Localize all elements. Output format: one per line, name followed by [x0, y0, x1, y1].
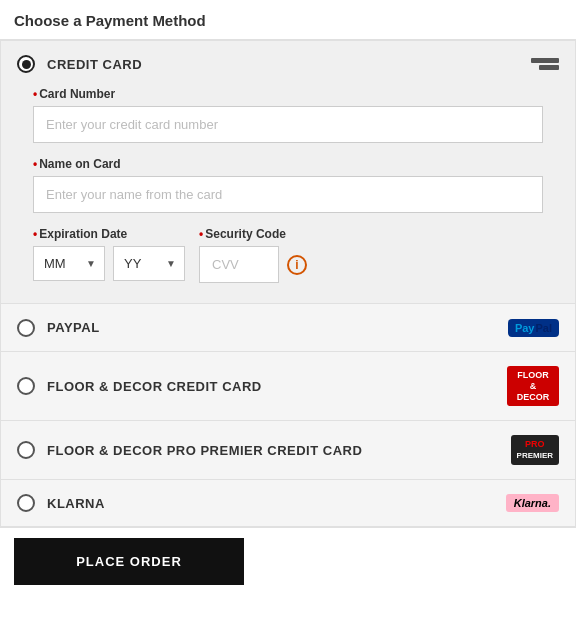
- klarna-logo: Klarna.: [506, 494, 559, 512]
- card-number-input[interactable]: [33, 106, 543, 143]
- security-code-label: •Security Code: [199, 227, 307, 241]
- payment-options-container: CREDIT CARD •Card Number •Name on Card: [0, 40, 576, 528]
- year-select-wrapper[interactable]: YY 24252627 282930 ▼: [113, 246, 185, 281]
- paypal-logo: PayPal: [508, 318, 559, 337]
- expiry-group: •Expiration Date MM 01020304 05060708 09…: [33, 227, 185, 281]
- floor-decor-credit-label: FLOOR & DECOR CREDIT CARD: [47, 379, 507, 394]
- name-on-card-label: •Name on Card: [33, 157, 543, 171]
- floor-decor-pro-label: FLOOR & DECOR PRO PREMIER CREDIT CARD: [47, 443, 511, 458]
- name-on-card-group: •Name on Card: [33, 157, 543, 213]
- expiry-cvv-row: •Expiration Date MM 01020304 05060708 09…: [33, 227, 543, 283]
- credit-card-form: •Card Number •Name on Card •Expiration D…: [17, 73, 559, 303]
- klarna-option[interactable]: KLARNA Klarna.: [1, 480, 575, 527]
- credit-card-radio[interactable]: [17, 55, 35, 73]
- expiry-label: •Expiration Date: [33, 227, 185, 241]
- klarna-radio[interactable]: [17, 494, 35, 512]
- paypal-radio[interactable]: [17, 319, 35, 337]
- cvv-input-wrap: i: [199, 246, 307, 283]
- floor-decor-pro-radio[interactable]: [17, 441, 35, 459]
- cvv-group: •Security Code i: [199, 227, 307, 283]
- year-select[interactable]: YY 24252627 282930: [114, 247, 184, 280]
- floor-decor-credit-radio[interactable]: [17, 377, 35, 395]
- paypal-label: PAYPAL: [47, 320, 508, 335]
- floor-decor-credit-option[interactable]: FLOOR & DECOR CREDIT CARD FLOOR& DECOR: [1, 352, 575, 421]
- required-indicator: •: [33, 87, 37, 101]
- month-select-wrapper[interactable]: MM 01020304 05060708 09101112 ▼: [33, 246, 105, 281]
- month-select[interactable]: MM 01020304 05060708 09101112: [34, 247, 104, 280]
- card-number-label: •Card Number: [33, 87, 543, 101]
- expiry-selects: MM 01020304 05060708 09101112 ▼ YY 24252…: [33, 246, 185, 281]
- credit-card-label: CREDIT CARD: [47, 57, 531, 72]
- page-title: Choose a Payment Method: [0, 0, 576, 40]
- floor-decor-credit-logo: FLOOR& DECOR: [507, 366, 559, 406]
- name-on-card-input[interactable]: [33, 176, 543, 213]
- required-indicator-4: •: [199, 227, 203, 241]
- credit-card-option[interactable]: CREDIT CARD •Card Number •Name on Card: [1, 41, 575, 304]
- cvv-input[interactable]: [199, 246, 279, 283]
- place-order-button[interactable]: PLACE ORDER: [14, 538, 244, 585]
- klarna-label: KLARNA: [47, 496, 506, 511]
- paypal-option[interactable]: PAYPAL PayPal: [1, 304, 575, 352]
- cvv-info-icon[interactable]: i: [287, 255, 307, 275]
- credit-card-icon: [531, 58, 559, 70]
- required-indicator-3: •: [33, 227, 37, 241]
- floor-decor-pro-option[interactable]: FLOOR & DECOR PRO PREMIER CREDIT CARD PR…: [1, 421, 575, 480]
- credit-card-option-header[interactable]: CREDIT CARD: [17, 55, 559, 73]
- required-indicator-2: •: [33, 157, 37, 171]
- bottom-bar: PLACE ORDER: [0, 528, 576, 595]
- floor-decor-pro-logo: PROPREMIER: [511, 435, 559, 465]
- card-number-group: •Card Number: [33, 87, 543, 143]
